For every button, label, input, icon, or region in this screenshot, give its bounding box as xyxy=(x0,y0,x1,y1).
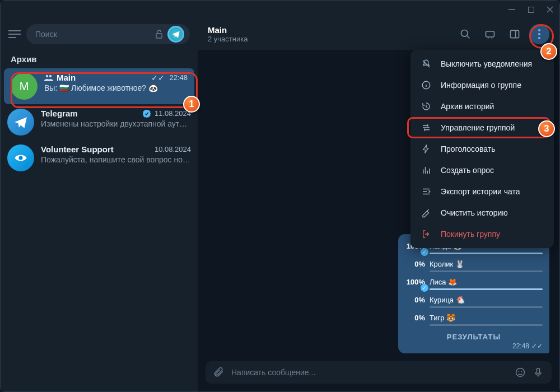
close-button[interactable] xyxy=(545,4,555,15)
menu-label: Выключить уведомления xyxy=(441,59,532,68)
minimize-button[interactable] xyxy=(507,4,517,15)
poll-results-button[interactable]: РЕЗУЛЬТАТЫ xyxy=(405,329,543,342)
svg-rect-2 xyxy=(156,34,162,38)
search-chat-button[interactable] xyxy=(455,24,475,44)
svg-point-9 xyxy=(538,29,540,31)
menu-mute[interactable]: Выключить уведомления xyxy=(410,53,554,74)
message-input[interactable] xyxy=(231,368,508,377)
svg-point-4 xyxy=(49,74,52,77)
svg-rect-1 xyxy=(528,7,534,12)
menu-label: Покинуть группу xyxy=(441,230,500,239)
sidebar: Архив M Main ✓✓ 22:48 Вы: 🇧🇬 Любимое жив… xyxy=(1,18,198,391)
annotation-2: 2 xyxy=(540,43,557,60)
message-composer xyxy=(206,361,552,384)
svg-point-5 xyxy=(19,156,23,160)
svg-point-11 xyxy=(538,37,540,39)
avatar xyxy=(7,109,34,136)
poll-option-label: Лиса 🦊 xyxy=(430,278,543,286)
lock-icon xyxy=(155,30,163,39)
history-icon xyxy=(421,101,432,111)
archive-header: Архив xyxy=(1,50,198,68)
menu-vote[interactable]: Проголосовать xyxy=(410,138,554,160)
svg-point-10 xyxy=(538,33,540,35)
chat-time: 22:48 xyxy=(169,73,188,82)
chat-item-telegram[interactable]: Telegram 11.08.2024 Изменены настройки д… xyxy=(1,104,198,140)
menu-poll[interactable]: Создать опрос xyxy=(410,160,554,181)
check-icon: ✓ xyxy=(421,248,428,256)
maximize-button[interactable] xyxy=(526,4,536,15)
chat-preview: Изменены настройки двухэтапной ауте… xyxy=(41,119,191,128)
poll-percent: 0% xyxy=(405,296,425,304)
check-icon: ✓ xyxy=(421,284,428,292)
menu-label: Проголосовать xyxy=(441,144,495,153)
svg-rect-0 xyxy=(508,9,515,10)
mute-icon xyxy=(421,59,432,69)
chat-name: Volunteer Support xyxy=(41,144,151,154)
header-info[interactable]: Main 2 участника xyxy=(208,25,451,43)
menu-label: Информация о группе xyxy=(441,81,521,90)
menu-info[interactable]: Информация о группе xyxy=(410,74,554,96)
poll-option-label: Курица 🐔 xyxy=(430,296,543,304)
menu-label: Экспорт истории чата xyxy=(441,187,520,196)
poll-option-label: Кролик 🐰 xyxy=(430,260,543,268)
header-subtitle: 2 участника xyxy=(208,35,451,43)
menu-clear[interactable]: Очистить историю xyxy=(410,202,554,223)
read-checks-icon: ✓✓ xyxy=(151,73,165,82)
menu-icon[interactable] xyxy=(8,30,21,38)
menu-label: Архив историй xyxy=(441,102,494,111)
info-icon xyxy=(421,80,432,90)
export-icon xyxy=(421,186,432,197)
menu-history[interactable]: Архив историй xyxy=(410,96,554,117)
poll-percent: 0% xyxy=(405,314,425,322)
vote-icon xyxy=(421,144,432,154)
poll-percent: 0% xyxy=(405,260,425,268)
poll-message[interactable]: 100%Панда 🐼✓0%Кролик 🐰100%Лиса 🦊✓0%Куриц… xyxy=(398,234,549,353)
verified-icon xyxy=(142,109,151,118)
manage-icon xyxy=(421,123,432,133)
search-input[interactable] xyxy=(35,30,151,39)
svg-point-15 xyxy=(521,371,522,372)
menu-label: Очистить историю xyxy=(441,208,508,217)
telegram-badge-icon[interactable] xyxy=(167,26,184,43)
read-checks-icon: ✓✓ xyxy=(531,342,543,350)
group-icon xyxy=(44,74,53,81)
chat-name: Main xyxy=(57,73,148,82)
emoji-icon[interactable] xyxy=(515,367,526,378)
main-panel: Main 2 участника Выключить уведомления И… xyxy=(198,18,559,391)
menu-label: Создать опрос xyxy=(441,166,494,175)
poll-option[interactable]: 0%Тигр 🐯 xyxy=(405,311,543,324)
window-titlebar xyxy=(1,1,559,18)
svg-rect-16 xyxy=(537,368,540,374)
call-button[interactable] xyxy=(480,24,500,44)
avatar xyxy=(7,144,34,171)
chat-item-main[interactable]: M Main ✓✓ 22:48 Вы: 🇧🇬 Любимое животное?… xyxy=(4,68,194,104)
leave-icon xyxy=(421,229,432,239)
annotation-3: 3 xyxy=(538,120,555,137)
menu-leave[interactable]: Покинуть группу xyxy=(410,223,554,245)
header-title: Main xyxy=(208,25,451,35)
more-button[interactable] xyxy=(529,24,549,44)
chat-time: 10.08.2024 xyxy=(155,145,191,153)
poll-option[interactable]: 0%Кролик 🐰 xyxy=(405,258,543,270)
clear-icon xyxy=(421,208,432,218)
attach-icon[interactable] xyxy=(213,367,225,378)
svg-rect-7 xyxy=(486,31,494,37)
poll-icon xyxy=(421,165,432,175)
menu-manage[interactable]: Управление группой xyxy=(410,117,554,138)
menu-export[interactable]: Экспорт истории чата xyxy=(410,181,554,202)
svg-point-13 xyxy=(516,368,525,377)
svg-point-3 xyxy=(46,74,48,77)
svg-rect-8 xyxy=(511,30,519,38)
chat-preview: Вы: 🇧🇬 Любимое животное? 🐼 xyxy=(44,83,188,92)
svg-point-14 xyxy=(519,371,520,372)
voice-icon[interactable] xyxy=(533,367,544,378)
search-box[interactable] xyxy=(26,24,190,44)
sidepanel-button[interactable] xyxy=(505,24,525,44)
message-time: 22:48✓✓ xyxy=(405,342,543,350)
chat-item-volunteer[interactable]: Volunteer Support 10.08.2024 Пожалуйста,… xyxy=(1,140,198,176)
avatar: M xyxy=(11,73,38,100)
context-menu: Выключить уведомления Информация о групп… xyxy=(410,50,554,248)
chat-header: Main 2 участника xyxy=(198,18,559,50)
poll-option-label: Тигр 🐯 xyxy=(430,314,543,322)
poll-option[interactable]: 0%Курица 🐔 xyxy=(405,293,543,306)
